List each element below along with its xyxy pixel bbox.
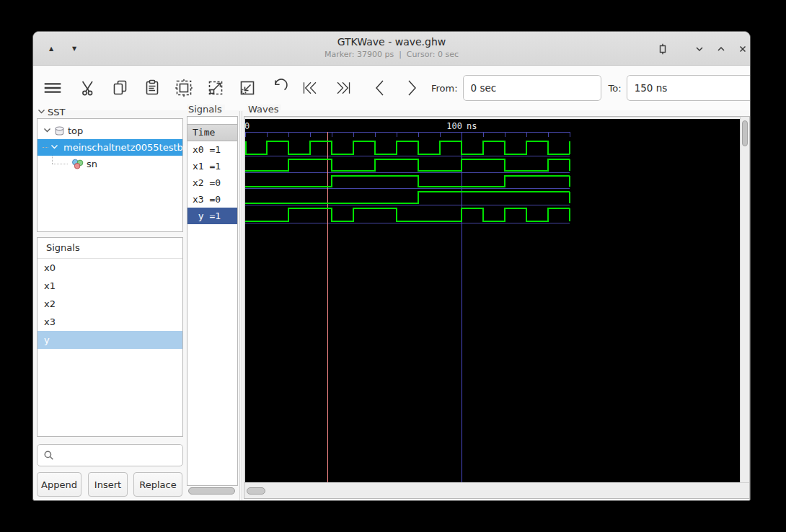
chevron-down-button[interactable]: [692, 41, 707, 57]
module-icon: [54, 125, 65, 136]
search-input[interactable]: [58, 449, 177, 461]
signal-list-header[interactable]: Signals: [37, 238, 182, 259]
tree-item-label: top: [68, 125, 83, 136]
waves-frame-label: Waves: [247, 105, 281, 115]
close-icon: [738, 44, 748, 54]
expander-icon[interactable]: [50, 142, 58, 153]
signal-value-row[interactable]: x1 =1: [187, 158, 237, 174]
cut-button[interactable]: [79, 79, 98, 97]
tree-item-testbench[interactable]: meinschaltnetz0055testb: [37, 139, 182, 156]
to-input[interactable]: [627, 75, 751, 101]
tree-item-label: meinschaltnetz0055testb: [63, 142, 182, 153]
waves-vscrollbar[interactable]: [740, 117, 749, 482]
paste-icon: [143, 79, 162, 97]
waves-vscrollbar-thumb[interactable]: [742, 120, 748, 146]
marker-cursor-status: Marker: 37900 ps | Cursor: 0 sec: [33, 50, 750, 59]
toolbar: From: To:: [33, 66, 750, 110]
sst-expander[interactable]: SST: [37, 107, 65, 118]
signal-values-panel: Time x0 =1x1 =1x2 =0x3 =0 y =1: [187, 116, 238, 486]
signal-list-item[interactable]: y: [37, 331, 182, 349]
axis-origin-label: 0: [245, 121, 250, 131]
sst-tree: top meinschaltnetz0055testb sn: [37, 118, 183, 232]
cut-icon: [79, 79, 98, 97]
pane-splitter[interactable]: [239, 111, 240, 501]
signal-search-box[interactable]: [37, 444, 183, 466]
chevron-down-icon: [694, 44, 705, 54]
tree-guide: [52, 164, 68, 164]
tree-item-sn[interactable]: sn: [37, 156, 182, 172]
tree-item-label: sn: [87, 159, 97, 169]
skip-to-end-icon: [333, 79, 352, 97]
wave-canvas[interactable]: 0100ns: [245, 119, 741, 483]
axis-unit-label: ns: [467, 121, 477, 131]
zoom-out-icon: [238, 79, 257, 97]
signal-list-item[interactable]: x1: [37, 277, 182, 295]
axis-major-tick-label: 100: [446, 121, 462, 131]
paste-button[interactable]: [143, 79, 162, 97]
step-right-icon: [402, 79, 421, 97]
gtkwave-window: ▲ ▼ GTKWave - wave.ghw Marker: 37900 ps …: [32, 31, 751, 501]
zoom-in-icon: [206, 79, 225, 97]
skip-to-end-button[interactable]: [333, 79, 352, 97]
copy-icon: [111, 79, 130, 97]
chevron-down-icon: [37, 107, 45, 118]
signal-value-row[interactable]: x3 =0: [187, 191, 237, 208]
zoom-in-button[interactable]: [206, 79, 225, 97]
waves-panel: 0100ns: [244, 116, 750, 499]
signal-value-row[interactable]: x0 =1: [187, 141, 237, 158]
components-icon: [71, 159, 84, 169]
waves-hscrollbar[interactable]: [244, 482, 749, 498]
to-label: To:: [609, 83, 622, 94]
wave-trace-x3: [245, 192, 570, 203]
step-right-button[interactable]: [402, 79, 421, 97]
zoom-out-button[interactable]: [238, 79, 257, 97]
copy-button[interactable]: [111, 79, 130, 97]
desktop: { "window": { "title": "GTKWave - wave.g…: [0, 0, 786, 532]
search-icon: [43, 450, 54, 461]
tree-guide: [43, 147, 48, 148]
signal-list-item[interactable]: x3: [37, 313, 182, 331]
values-hscrollbar-thumb[interactable]: [188, 487, 235, 495]
time-header[interactable]: Time: [187, 124, 237, 141]
menu-icon: [43, 79, 62, 97]
sst-header-label: SST: [48, 107, 65, 118]
skip-to-start-button[interactable]: [301, 79, 320, 97]
skip-to-start-icon: [301, 79, 320, 97]
menu-button[interactable]: [43, 79, 62, 97]
close-button[interactable]: [735, 41, 751, 57]
step-left-icon: [371, 79, 389, 97]
chevron-up-icon: [716, 44, 726, 54]
wave-trace-x1: [245, 159, 570, 171]
wave-trace-x0: [245, 141, 570, 154]
signal-list-item[interactable]: x2: [37, 295, 182, 313]
signal-search-list: Signals x0x1x2x3y: [37, 237, 183, 437]
from-label: From:: [431, 83, 458, 94]
step-left-button[interactable]: [371, 79, 389, 97]
wave-trace-x2: [245, 176, 570, 187]
expander-icon[interactable]: [43, 125, 51, 136]
values-frame-label: Signals: [187, 105, 225, 115]
undo-icon: [270, 79, 288, 97]
fullscreen-icon: [657, 43, 668, 55]
signal-value-row[interactable]: y =1: [187, 208, 237, 224]
window-title: GTKWave - wave.ghw: [33, 36, 750, 48]
undo-button[interactable]: [270, 79, 288, 97]
waves-hscrollbar-thumb[interactable]: [247, 487, 265, 495]
fullscreen-button[interactable]: [655, 41, 671, 57]
wave-trace-y: [245, 208, 570, 221]
titlebar: ▲ ▼ GTKWave - wave.ghw Marker: 37900 ps …: [33, 32, 750, 66]
tree-item-top[interactable]: top: [37, 123, 182, 139]
chevron-up-button[interactable]: [713, 41, 729, 57]
pane-splitter[interactable]: [242, 111, 242, 501]
tree-guide: [52, 156, 53, 164]
append-button[interactable]: Append: [37, 472, 81, 497]
from-input[interactable]: [463, 75, 601, 101]
replace-button[interactable]: Replace: [133, 472, 182, 497]
signal-list-item[interactable]: x0: [37, 259, 182, 277]
signal-value-row[interactable]: x2 =0: [187, 174, 237, 191]
insert-button[interactable]: Insert: [88, 472, 128, 497]
zoom-fit-icon: [175, 79, 193, 97]
zoom-fit-button[interactable]: [175, 79, 193, 97]
